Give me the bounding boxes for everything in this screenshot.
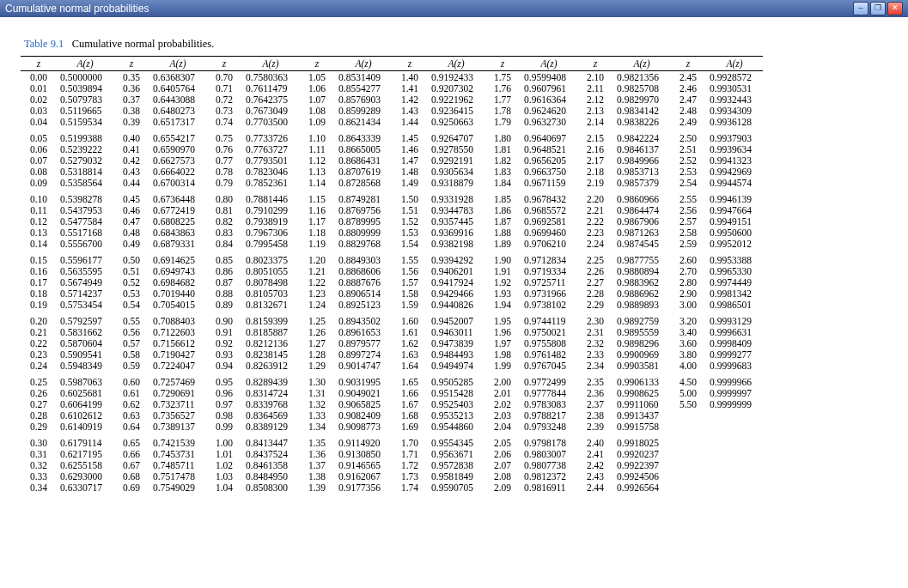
cell-z: 1.67 [392, 398, 428, 409]
cell-a: 0.9816911 [521, 482, 577, 493]
cell-z: 2.48 [670, 105, 706, 116]
cell-a: 0.9525403 [428, 398, 484, 409]
cell-z: 0.60 [113, 376, 149, 387]
close-button[interactable]: ✕ [887, 2, 903, 15]
cell-z: 1.01 [206, 448, 242, 459]
cell-a: 0.9867906 [613, 215, 670, 227]
cell-z: 1.97 [484, 337, 521, 349]
cell-a: 0.8238145 [242, 349, 299, 360]
cell-z: 0.58 [113, 349, 149, 360]
cell-z: 0.14 [21, 238, 57, 249]
cell-a: 0.9803007 [521, 448, 577, 459]
cell-a: 0.8263912 [242, 360, 299, 371]
cell-a [706, 470, 763, 482]
cell-z: 0.13 [21, 227, 57, 238]
cell-a: 0.6255158 [57, 459, 113, 470]
cell-z: 2.21 [577, 204, 613, 215]
cell-z: 1.07 [299, 94, 335, 105]
document-viewport[interactable]: Table 9.1 Cumulative normal probabilitie… [0, 17, 908, 588]
cell-a: 0.9999997 [706, 387, 763, 398]
cell-a: 0.8132671 [242, 299, 299, 310]
cell-a: 0.9939634 [706, 143, 763, 155]
cell-z: 1.69 [392, 421, 428, 432]
cell-z: 0.42 [113, 155, 149, 166]
minimize-button[interactable]: – [853, 2, 868, 15]
cell-z: 0.68 [113, 470, 149, 482]
cell-z: 1.91 [484, 265, 521, 276]
cell-z: 1.06 [299, 82, 335, 94]
col-header-z: z [206, 57, 242, 71]
cell-z: 2.35 [577, 376, 613, 387]
cell-a: 0.9699460 [521, 227, 577, 238]
cell-a: 0.9974449 [706, 276, 763, 288]
cell-a: 0.9947664 [706, 204, 763, 215]
cell-z: 0.10 [21, 193, 57, 204]
cell-z: 0.15 [21, 254, 57, 265]
cell-z: 3.40 [670, 326, 706, 337]
cell-z: 2.15 [577, 132, 613, 143]
table-row: 0.340.63307170.690.75490291.040.85083001… [21, 482, 763, 493]
cell-z: 0.71 [206, 82, 242, 94]
cell-a: 0.9031995 [335, 376, 392, 387]
cell-a: 0.5000000 [57, 71, 113, 83]
cell-z: 1.90 [484, 254, 521, 265]
table-row: 0.190.57534540.540.70540150.890.81326711… [21, 299, 763, 310]
cell-z: 2.07 [484, 459, 521, 470]
cell-a: 0.9846137 [613, 143, 670, 155]
cell-z: 2.10 [577, 71, 613, 83]
cell-a: 0.8943502 [335, 315, 392, 326]
cell-a: 0.5318814 [57, 166, 113, 177]
cell-a: 0.8789995 [335, 215, 392, 227]
cell-z: 1.52 [392, 215, 428, 227]
cell-z: 0.00 [21, 71, 57, 83]
cell-z: 3.80 [670, 349, 706, 360]
cell-a: 0.9712834 [521, 254, 577, 265]
cell-a: 0.9825708 [613, 82, 670, 94]
maximize-button[interactable]: ❐ [870, 2, 886, 15]
cell-z: 0.39 [113, 116, 149, 127]
cell-z: 0.04 [21, 116, 57, 127]
cell-a: 0.9944574 [706, 177, 763, 188]
cell-a: 0.9572838 [428, 459, 484, 470]
table-row: 0.200.57925970.550.70884030.900.81593991… [21, 315, 763, 326]
cell-a: 0.9915758 [613, 421, 670, 432]
cell-z: 0.17 [21, 276, 57, 288]
cell-a: 0.9706210 [521, 238, 577, 249]
cell-a: 0.6140919 [57, 421, 113, 432]
table-row: 0.110.54379530.460.67724190.810.79102991… [21, 204, 763, 215]
cell-a: 0.9719334 [521, 265, 577, 276]
cell-z: 2.00 [484, 376, 521, 387]
cell-z: 2.11 [577, 82, 613, 94]
table-row: 0.320.62551580.670.74857111.020.84613581… [21, 459, 763, 470]
cell-a: 0.9357445 [428, 215, 484, 227]
cell-z: 0.24 [21, 360, 57, 371]
cell-a: 0.9452007 [428, 315, 484, 326]
cell-a: 0.8051055 [242, 265, 299, 276]
cell-a: 0.7580363 [242, 71, 299, 83]
cell-z: 1.51 [392, 204, 428, 215]
cell-z: 2.16 [577, 143, 613, 155]
window-titlebar: Cumulative normal probabilities – ❐ ✕ [0, 0, 908, 17]
probability-table: zA(z)zA(z)zA(z)zA(z)zA(z)zA(z)zA(z)zA(z)… [21, 56, 763, 493]
cell-z: 1.31 [299, 387, 335, 398]
cell-a: 0.9986501 [706, 299, 763, 310]
cell-z: 0.98 [206, 409, 242, 421]
cell-a: 0.9952012 [706, 238, 763, 249]
cell-a: 0.7122603 [149, 326, 206, 337]
cell-a: 0.5753454 [57, 299, 113, 310]
cell-z: 2.18 [577, 166, 613, 177]
table-row: 0.260.60256810.610.72906910.960.83147241… [21, 387, 763, 398]
cell-z: 1.46 [392, 143, 428, 155]
cell-a: 0.8508300 [242, 482, 299, 493]
cell-a: 0.9937903 [706, 132, 763, 143]
cell-z: 0.44 [113, 177, 149, 188]
cell-z: 2.03 [484, 409, 521, 421]
cell-a: 0.9886962 [613, 288, 670, 299]
cell-z: 1.48 [392, 166, 428, 177]
cell-a: 0.8185887 [242, 326, 299, 337]
cell-z: 0.94 [206, 360, 242, 371]
cell-z: 0.05 [21, 132, 57, 143]
cell-a [706, 459, 763, 470]
cell-a: 0.9949151 [706, 215, 763, 227]
cell-a: 0.7938919 [242, 215, 299, 227]
